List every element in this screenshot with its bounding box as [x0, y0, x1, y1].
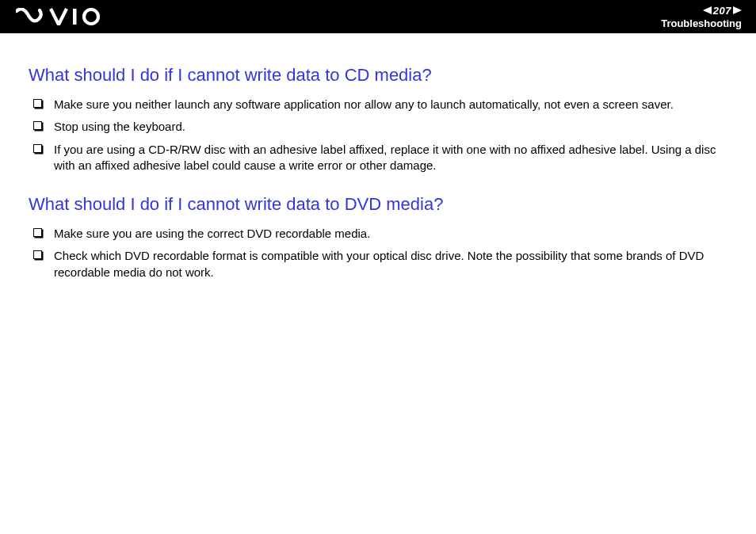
faq-heading: What should I do if I cannot write data …	[29, 194, 727, 215]
page-navigation: 207	[703, 5, 742, 17]
list-item: Make sure you neither launch any softwar…	[33, 97, 727, 113]
svg-point-1	[84, 10, 98, 24]
header-right: 207 Troubleshooting	[661, 5, 742, 29]
page-content: What should I do if I cannot write data …	[0, 33, 756, 280]
next-page-arrow-icon[interactable]	[733, 6, 742, 14]
svg-rect-0	[73, 9, 77, 25]
section-title: Troubleshooting	[661, 17, 742, 29]
list-item-text: Check which DVD recordable format is com…	[54, 249, 704, 278]
list-item: Make sure you are using the correct DVD …	[33, 226, 727, 242]
page-number: 207	[713, 5, 731, 17]
prev-page-arrow-icon[interactable]	[703, 6, 712, 14]
bullet-icon	[33, 121, 42, 130]
list-item-text: If you are using a CD-R/RW disc with an …	[54, 143, 716, 172]
vaio-logo	[16, 8, 103, 25]
bullet-icon	[33, 99, 42, 108]
list-item: Stop using the keyboard.	[33, 119, 727, 135]
bullet-icon	[33, 144, 42, 153]
bullet-icon	[33, 250, 42, 259]
faq-list: Make sure you are using the correct DVD …	[29, 226, 727, 280]
list-item: Check which DVD recordable format is com…	[33, 248, 727, 280]
page-header: 207 Troubleshooting	[0, 0, 756, 33]
list-item-text: Make sure you neither launch any softwar…	[54, 97, 674, 111]
bullet-icon	[33, 228, 42, 237]
faq-heading: What should I do if I cannot write data …	[29, 65, 727, 86]
list-item-text: Stop using the keyboard.	[54, 120, 185, 133]
faq-list: Make sure you neither launch any softwar…	[29, 97, 727, 174]
list-item-text: Make sure you are using the correct DVD …	[54, 227, 370, 240]
list-item: If you are using a CD-R/RW disc with an …	[33, 142, 727, 174]
